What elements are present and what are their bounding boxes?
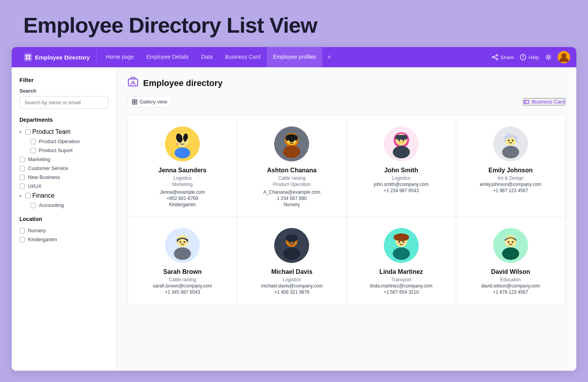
location-kindergarten-label: Kindergarten [28, 237, 57, 242]
svg-rect-44 [395, 135, 408, 140]
tab-homepage[interactable]: Home page [100, 47, 140, 67]
employee-name-5: Michael Davis [271, 268, 312, 275]
svg-point-38 [288, 140, 290, 142]
employee-location-0: Kindergarten [169, 202, 196, 207]
svg-point-54 [508, 140, 509, 141]
employee-name-3: Emily Johnson [488, 167, 533, 174]
svg-point-24 [175, 147, 190, 158]
svg-rect-19 [135, 102, 137, 104]
dept-finance-group[interactable]: ▾ Finance [19, 191, 108, 201]
svg-point-66 [285, 234, 298, 242]
dept-new-business[interactable]: New Business [19, 173, 108, 182]
employee-phone-2: +1 234 987 6543 [383, 188, 418, 193]
dept-accounting[interactable]: Accounting [19, 201, 108, 210]
svg-point-6 [496, 58, 498, 60]
dept-finance-label: Finance [32, 192, 54, 199]
directory-icon [128, 77, 138, 90]
location-nursery[interactable]: Nursery [19, 226, 108, 235]
employee-dept1-0: Logistics [173, 175, 192, 181]
employee-phone-3: +1 987 123 4567 [493, 188, 528, 193]
tab-employee-details[interactable]: Employee Details [140, 47, 195, 67]
svg-point-33 [283, 145, 300, 158]
dept-marketing-checkbox[interactable] [19, 157, 25, 162]
dept-accounting-checkbox[interactable] [30, 203, 36, 208]
chevron-down-icon: ▾ [19, 130, 21, 134]
dept-finance-checkbox[interactable] [25, 193, 31, 198]
settings-button[interactable] [545, 54, 551, 60]
svg-point-68 [293, 241, 294, 243]
dept-customer-service[interactable]: Customer Service [19, 164, 108, 173]
location-nursery-checkbox[interactable] [19, 228, 25, 233]
page-title: Employee Directory List View [23, 12, 565, 38]
employee-location-1: Nursery [284, 202, 300, 207]
employee-dept1-6: Transport [391, 277, 411, 282]
employee-card-4[interactable]: Sarah Brown Cattle raising sarah.brown@c… [128, 217, 237, 305]
help-button[interactable]: ? Help [520, 54, 539, 60]
employee-phone-0: +852 601-8769 [167, 196, 198, 201]
employee-avatar-2 [384, 126, 419, 161]
dept-marketing-label: Marketing [28, 156, 50, 162]
dept-product-suport-checkbox[interactable] [30, 148, 36, 153]
employee-dept2-0: Marketing [172, 182, 193, 187]
svg-point-28 [179, 140, 180, 142]
svg-point-73 [394, 233, 409, 241]
employee-card-7[interactable]: David Wilson Education david.wilson@comp… [456, 217, 565, 305]
employee-name-7: David Wilson [491, 268, 530, 275]
svg-point-71 [393, 247, 410, 260]
svg-point-39 [294, 140, 296, 142]
employee-card-6[interactable]: Linda Martinez Transport linda.martinez@… [347, 217, 456, 305]
tab-employee-profiles[interactable]: Employee profiles [267, 47, 322, 67]
employee-email-1: A_Chanana@example.com [263, 189, 320, 195]
location-kindergarten-checkbox[interactable] [19, 237, 25, 242]
employee-card-1[interactable]: Ashton Chanana Cattle raising Product Op… [237, 116, 346, 217]
view-controls: Gallery view Business Card [128, 96, 565, 107]
dept-uiux[interactable]: UI/UX [19, 182, 108, 191]
search-label: Search [19, 88, 108, 94]
svg-point-58 [177, 235, 188, 247]
svg-point-62 [185, 242, 186, 244]
dept-product-team-group[interactable]: ▾ Product Team [19, 127, 108, 137]
employee-card-2[interactable]: John Smith Logistics john.smith@company.… [347, 116, 456, 217]
employee-card-5[interactable]: Michael Davis Logistics michael.davis@co… [237, 217, 346, 305]
dept-product-team-checkbox[interactable] [25, 129, 31, 135]
dept-product-operation-checkbox[interactable] [30, 139, 36, 144]
dept-new-business-checkbox[interactable] [19, 175, 25, 180]
employee-dept1-7: Education [500, 277, 521, 282]
employee-card-0[interactable]: Jenna Saunders Logistics Marketing Jenna… [128, 116, 237, 217]
svg-point-42 [393, 146, 410, 158]
business-card-button[interactable]: Business Card [523, 98, 565, 105]
tab-data[interactable]: Data [195, 47, 219, 67]
location-kindergarten[interactable]: Kindergarten [19, 235, 108, 244]
employee-avatar-5 [274, 228, 309, 263]
employee-avatar-4 [165, 228, 200, 263]
tab-business-card[interactable]: Business Card [219, 47, 267, 67]
user-avatar[interactable] [558, 51, 570, 63]
employee-email-2: john.smith@company.com [374, 182, 429, 187]
dept-uiux-label: UI/UX [28, 183, 42, 189]
share-label: Share [500, 54, 514, 60]
svg-line-7 [494, 56, 496, 57]
share-button[interactable]: Share [492, 54, 514, 60]
nav-bar: Employee Directory Home page Employee De… [12, 47, 576, 67]
svg-point-57 [174, 247, 191, 260]
employee-phone-4: +1 345 987 6543 [165, 289, 200, 295]
search-input[interactable] [19, 96, 108, 109]
employee-dept2-1: Product Operation [273, 182, 311, 187]
employee-email-0: Jenna@example.com [160, 189, 205, 195]
dept-new-business-label: New Business [28, 174, 60, 180]
employee-card-3[interactable]: Emily Johnson Art & Design emily.johnson… [456, 116, 565, 217]
nav-brand[interactable]: Employee Directory [18, 47, 96, 67]
dept-product-operation[interactable]: Product Operation [19, 137, 108, 146]
employee-dept1-2: Logistics [392, 175, 410, 181]
gallery-view-button[interactable]: Gallery view [128, 96, 172, 107]
svg-point-48 [397, 141, 399, 142]
dept-marketing[interactable]: Marketing [19, 155, 108, 164]
employee-grid: Jenna Saunders Logistics Marketing Jenna… [128, 115, 565, 305]
add-tab-button[interactable]: + [322, 47, 336, 67]
svg-point-67 [289, 241, 290, 243]
dept-uiux-checkbox[interactable] [19, 184, 25, 189]
dept-product-suport[interactable]: Product Suport [19, 146, 108, 155]
svg-point-51 [502, 146, 519, 158]
dept-customer-service-checkbox[interactable] [19, 166, 25, 171]
employee-avatar-1 [274, 126, 309, 161]
